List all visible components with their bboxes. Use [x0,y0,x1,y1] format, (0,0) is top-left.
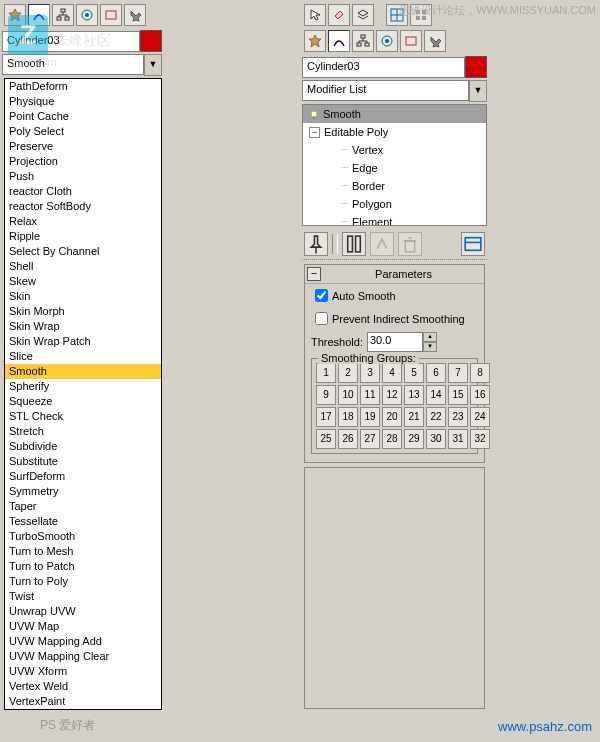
smoothing-group-button[interactable]: 22 [426,407,446,427]
smoothing-group-button[interactable]: 7 [448,363,468,383]
smoothing-group-button[interactable]: 10 [338,385,358,405]
modifier-option[interactable]: Smooth [5,364,161,379]
modifier-option[interactable]: Turn to Poly [5,574,161,589]
smoothing-group-button[interactable]: 3 [360,363,380,383]
smoothing-group-button[interactable]: 5 [404,363,424,383]
modifier-option[interactable]: SurfDeform [5,469,161,484]
modifier-option[interactable]: Squeeze [5,394,161,409]
tab-create-icon-r[interactable] [304,30,326,52]
stack-item-editable-poly[interactable]: − Editable Poly [303,123,486,141]
tab-motion-icon-r[interactable] [376,30,398,52]
smoothing-group-button[interactable]: 8 [470,363,490,383]
smoothing-group-button[interactable]: 11 [360,385,380,405]
smoothing-group-button[interactable]: 1 [316,363,336,383]
tab-utilities-icon[interactable] [124,4,146,26]
make-unique-icon[interactable] [370,232,394,256]
modifier-option[interactable]: Poly Select [5,124,161,139]
smoothing-group-button[interactable]: 21 [404,407,424,427]
modifier-option[interactable]: Skin [5,289,161,304]
eraser-icon[interactable] [328,4,350,26]
modifier-option[interactable]: reactor SoftBody [5,199,161,214]
modifier-option[interactable]: Skin Morph [5,304,161,319]
modifier-option[interactable]: Stretch [5,424,161,439]
rollup-toggle-icon[interactable]: − [307,267,321,281]
smoothing-group-button[interactable]: 6 [426,363,446,383]
smoothing-group-button[interactable]: 20 [382,407,402,427]
threshold-input[interactable]: 30.0 [367,332,423,352]
pin-stack-icon[interactable] [304,232,328,256]
modifier-option[interactable]: UVW Map [5,619,161,634]
smoothing-group-button[interactable]: 31 [448,429,468,449]
modifier-list-arrow[interactable]: ▼ [469,80,487,102]
modifier-option[interactable]: VertexPaint [5,694,161,709]
smoothing-group-button[interactable]: 24 [470,407,490,427]
tab-utilities-icon-r[interactable] [424,30,446,52]
smoothing-group-button[interactable]: 4 [382,363,402,383]
select-icon[interactable] [304,4,326,26]
modifier-option[interactable]: PathDeform [5,79,161,94]
object-color-swatch-r[interactable] [465,56,487,78]
modifier-option[interactable]: Tessellate [5,514,161,529]
smoothing-group-button[interactable]: 9 [316,385,336,405]
stack-sub-item[interactable]: Element [303,213,486,226]
smoothing-group-button[interactable]: 30 [426,429,446,449]
modifier-option[interactable]: Vertex Weld [5,679,161,694]
stack-sub-item[interactable]: Border [303,177,486,195]
tab-hierarchy-icon-r[interactable] [352,30,374,52]
bulb-icon[interactable] [309,109,319,119]
auto-smooth-checkbox[interactable] [315,289,328,302]
modifier-option[interactable]: Shell [5,259,161,274]
modifier-option[interactable]: Unwrap UVW [5,604,161,619]
stack-sub-item[interactable]: Edge [303,159,486,177]
show-end-result-icon[interactable] [342,232,366,256]
modifier-option[interactable]: Relax [5,214,161,229]
smoothing-group-button[interactable]: 19 [360,407,380,427]
modifier-option[interactable]: Turn to Mesh [5,544,161,559]
smoothing-group-button[interactable]: 2 [338,363,358,383]
smoothing-group-button[interactable]: 32 [470,429,490,449]
modifier-option[interactable]: Ripple [5,229,161,244]
modifier-option[interactable]: Preserve [5,139,161,154]
smoothing-group-button[interactable]: 28 [382,429,402,449]
spinner-up-icon[interactable]: ▲ [423,332,437,342]
smoothing-group-button[interactable]: 15 [448,385,468,405]
smoothing-group-button[interactable]: 23 [448,407,468,427]
smoothing-group-button[interactable]: 13 [404,385,424,405]
modifier-option[interactable]: Subdivide [5,439,161,454]
smoothing-group-button[interactable]: 25 [316,429,336,449]
modifier-option[interactable]: Twist [5,589,161,604]
smoothing-group-button[interactable]: 12 [382,385,402,405]
modifier-option[interactable]: Spherify [5,379,161,394]
collapse-toggle-icon[interactable]: − [309,127,320,138]
modifier-option[interactable]: Symmetry [5,484,161,499]
modifier-option[interactable]: reactor Cloth [5,184,161,199]
modifier-stack[interactable]: Smooth − Editable Poly VertexEdgeBorderP… [302,104,487,226]
smoothing-group-button[interactable]: 26 [338,429,358,449]
modifier-option[interactable]: Slice [5,349,161,364]
modifier-option[interactable]: Physique [5,94,161,109]
modifier-option[interactable]: Select By Channel [5,244,161,259]
modifier-option[interactable]: Point Cache [5,109,161,124]
modifier-option[interactable]: Push [5,169,161,184]
smoothing-group-button[interactable]: 27 [360,429,380,449]
configure-sets-icon[interactable] [461,232,485,256]
modifier-list-combo[interactable]: Modifier List [302,80,469,101]
modifier-option[interactable]: Vol. Select [5,709,161,710]
stack-sub-item[interactable]: Vertex [303,141,486,159]
modifier-option[interactable]: UVW Xform [5,664,161,679]
stack-sub-item[interactable]: Polygon [303,195,486,213]
modifier-option[interactable]: Skew [5,274,161,289]
modifier-option[interactable]: Skin Wrap [5,319,161,334]
modifier-option[interactable]: UVW Mapping Add [5,634,161,649]
modifier-option[interactable]: Projection [5,154,161,169]
modifier-option[interactable]: Turn to Patch [5,559,161,574]
prevent-indirect-checkbox[interactable] [315,312,328,325]
modifier-combo-arrow[interactable]: ▼ [144,54,162,76]
spinner-down-icon[interactable]: ▼ [423,342,437,352]
modifier-dropdown-list[interactable]: PathDeformPhysiquePoint CachePoly Select… [4,78,162,710]
modifier-option[interactable]: TurboSmooth [5,529,161,544]
object-color-swatch[interactable] [140,30,162,52]
stack-item-smooth[interactable]: Smooth [303,105,486,123]
object-name-field-r[interactable]: Cylinder03 [302,57,465,78]
modifier-option[interactable]: STL Check [5,409,161,424]
